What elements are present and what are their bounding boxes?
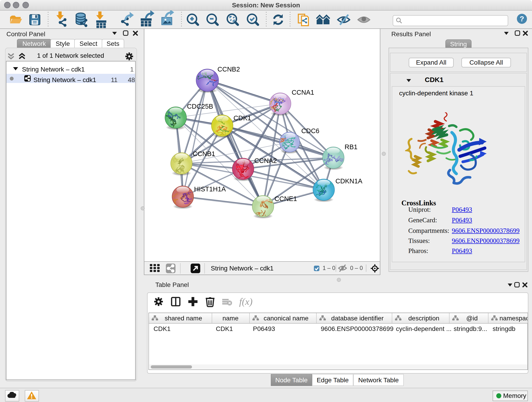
svg-text:CCNA2: CCNA2 [254, 157, 277, 164]
svg-text:HIST1H1A: HIST1H1A [194, 185, 226, 193]
svg-text:CCNE1: CCNE1 [274, 195, 297, 202]
svg-text:CDC25B: CDC25B [187, 103, 213, 110]
svg-text:RB1: RB1 [345, 143, 357, 151]
svg-text:?: ? [520, 15, 524, 23]
svg-text:CCNB1: CCNB1 [193, 150, 215, 157]
svg-text:CCNA1: CCNA1 [292, 89, 314, 96]
svg-text:CDKN1A: CDKN1A [336, 177, 362, 185]
svg-text:f(x): f(x) [239, 296, 253, 307]
svg-text:CCNB2: CCNB2 [217, 65, 240, 73]
svg-text:CDK1: CDK1 [234, 114, 251, 122]
svg-text:CDC6: CDC6 [301, 127, 319, 134]
